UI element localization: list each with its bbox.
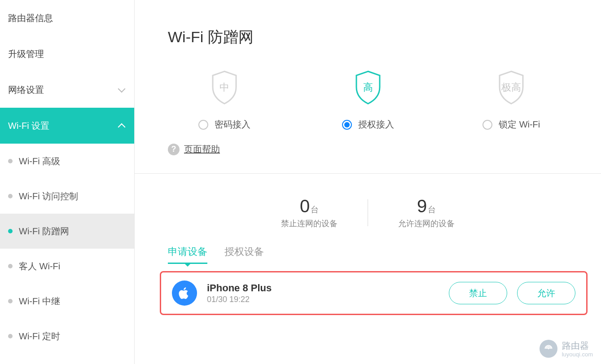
sidebar-item-router-info[interactable]: 路由器信息 (0, 0, 134, 36)
sidebar: 路由器信息 升级管理 网络设置 Wi-Fi 设置 Wi-Fi 高级 Wi-Fi … (0, 0, 135, 364)
device-row: iPhone 8 Plus 01/30 19:22 禁止 允许 (160, 271, 588, 315)
stat-blocked: 0台 禁止连网的设备 (251, 196, 368, 229)
device-stats: 0台 禁止连网的设备 9台 允许连网的设备 (135, 174, 601, 242)
bullet-icon (8, 159, 13, 163)
tab-requesting[interactable]: 申请设备 (168, 242, 207, 263)
sidebar-sub-label: Wi-Fi 防蹭网 (19, 225, 69, 237)
sidebar-sub-label: Wi-Fi 访问控制 (19, 190, 78, 202)
bullet-icon (8, 194, 13, 198)
device-timestamp: 01/30 19:22 (207, 295, 272, 304)
sidebar-sub-wifi-schedule[interactable]: Wi-Fi 定时 (0, 319, 134, 354)
mode-password[interactable]: 中 密码接入 (153, 70, 296, 131)
shield-icon: 中 (210, 70, 239, 105)
sidebar-sub-wifi-advanced[interactable]: Wi-Fi 高级 (0, 144, 134, 179)
sidebar-item-upgrade[interactable]: 升级管理 (0, 36, 134, 72)
shield-text: 高 (363, 81, 373, 94)
page-help-link[interactable]: 页面帮助 (184, 143, 220, 155)
page-title: Wi-Fi 防蹭网 (135, 0, 601, 52)
sidebar-item-wifi-settings[interactable]: Wi-Fi 设置 (0, 108, 134, 144)
router-icon (540, 340, 557, 358)
help-row: ? 页面帮助 (135, 131, 601, 173)
sidebar-sub-wifi-access-control[interactable]: Wi-Fi 访问控制 (0, 179, 134, 214)
bullet-icon (8, 299, 13, 303)
bullet-icon (8, 229, 13, 233)
stat-allowed: 9台 允许连网的设备 (368, 196, 485, 229)
security-modes: 中 密码接入 高 授权接入 极高 锁定 Wi-Fi (135, 52, 601, 131)
sidebar-sub-wifi-anti-leech[interactable]: Wi-Fi 防蹭网 (0, 214, 134, 249)
sidebar-sub-wifi-repeat[interactable]: Wi-Fi 中继 (0, 284, 134, 319)
radio-icon (198, 120, 208, 130)
stat-label: 禁止连网的设备 (251, 218, 368, 229)
main-content: Wi-Fi 防蹭网 中 密码接入 高 授权接入 (135, 0, 601, 364)
sidebar-item-network-settings[interactable]: 网络设置 (0, 72, 134, 108)
brand-sub: luyouqi.com (562, 351, 593, 358)
shield-icon: 高 (354, 70, 382, 105)
sidebar-sub-label: 客人 Wi-Fi (19, 260, 60, 272)
mode-authorize[interactable]: 高 授权接入 (296, 70, 440, 131)
device-tabs: 申请设备 授权设备 (135, 242, 601, 263)
sidebar-sub-guest-wifi[interactable]: 客人 Wi-Fi (0, 249, 134, 284)
device-name: iPhone 8 Plus (207, 282, 272, 294)
chevron-up-icon (117, 121, 126, 130)
mode-lock[interactable]: 极高 锁定 Wi-Fi (439, 70, 583, 131)
mode-label: 锁定 Wi-Fi (499, 118, 540, 131)
sidebar-sub-label: Wi-Fi 中继 (19, 295, 60, 307)
apple-icon (172, 281, 197, 306)
bullet-icon (8, 334, 13, 338)
tab-authorized[interactable]: 授权设备 (224, 242, 264, 263)
sidebar-sub-label: Wi-Fi 定时 (19, 330, 60, 342)
shield-text: 中 (219, 81, 229, 94)
chevron-down-icon (117, 85, 126, 94)
help-icon: ? (168, 144, 180, 155)
radio-icon (342, 120, 352, 130)
sidebar-item-label: 路由器信息 (8, 12, 53, 24)
shield-icon: 极高 (497, 70, 526, 105)
radio-icon (483, 120, 492, 130)
stat-unit: 台 (311, 205, 319, 214)
mode-label: 授权接入 (358, 118, 394, 131)
sidebar-item-label: 升级管理 (8, 48, 44, 60)
stat-unit: 台 (428, 205, 436, 214)
brand-watermark: 路由器 luyouqi.com (540, 340, 593, 358)
stat-label: 允许连网的设备 (368, 218, 485, 229)
svg-point-0 (548, 348, 549, 350)
bullet-icon (8, 264, 13, 268)
deny-button[interactable]: 禁止 (449, 282, 507, 304)
shield-text: 极高 (501, 81, 521, 94)
stat-count: 0 (300, 196, 310, 216)
sidebar-item-label: 网络设置 (8, 84, 44, 96)
allow-button[interactable]: 允许 (517, 282, 575, 304)
brand-name: 路由器 (562, 340, 593, 352)
stat-count: 9 (417, 196, 427, 216)
mode-label: 密码接入 (215, 118, 250, 131)
sidebar-sub-label: Wi-Fi 高级 (19, 155, 60, 167)
sidebar-item-label: Wi-Fi 设置 (8, 120, 49, 132)
